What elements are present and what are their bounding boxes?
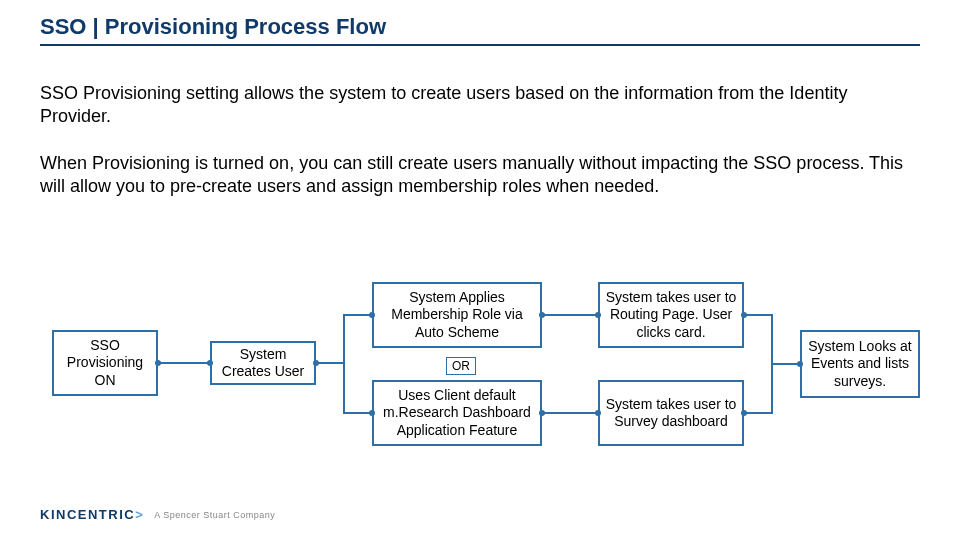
flow-or-label: OR [446,357,476,375]
flow-box-events-surveys: System Looks at Events and lists surveys… [800,330,920,398]
brand-tagline: A Spencer Stuart Company [154,510,275,520]
flow-connectors [0,0,960,540]
flow-box-creates-user: System Creates User [210,341,316,385]
flow-box-routing-page: System takes user to Routing Page. User … [598,282,744,348]
flow-box-default-dashboard: Uses Client default m.Research Dashboard… [372,380,542,446]
footer: KINCENTRIC> A Spencer Stuart Company [40,507,275,522]
intro-paragraph-1: SSO Provisioning setting allows the syst… [40,82,920,129]
brand-text: KINCENTRIC [40,507,135,522]
flow-box-auto-scheme: System Applies Membership Role via Auto … [372,282,542,348]
brand-logo: KINCENTRIC> [40,507,144,522]
title-underline [40,44,920,46]
brand-accent: > [135,507,144,522]
page-title: SSO | Provisioning Process Flow [40,14,386,40]
intro-paragraph-2: When Provisioning is turned on, you can … [40,152,920,199]
flow-box-survey-dashboard: System takes user to Survey dashboard [598,380,744,446]
flow-box-provisioning-on: SSO Provisioning ON [52,330,158,396]
